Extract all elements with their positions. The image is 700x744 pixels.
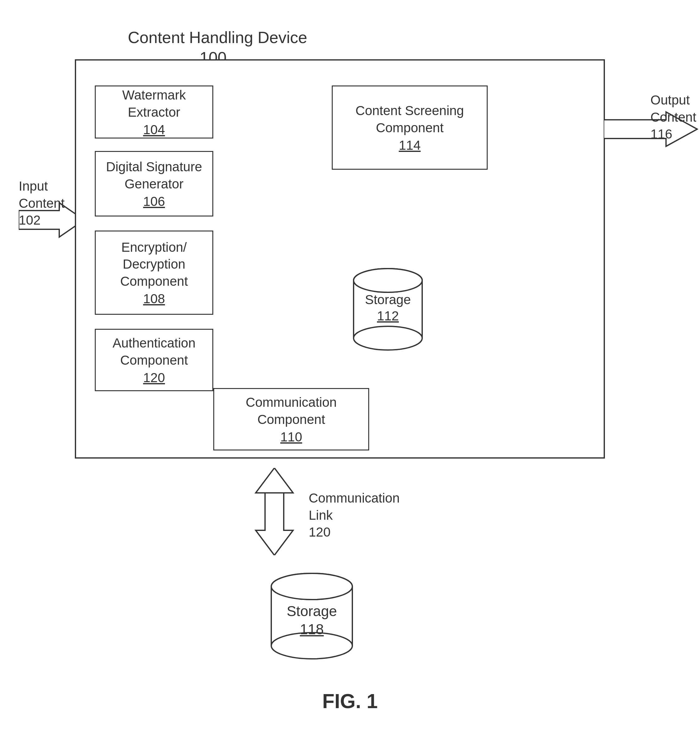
comm-link-group: Communication Link 120 [243, 468, 306, 557]
digital-signature-number: 106 [143, 194, 165, 209]
output-content-number: 116 [650, 126, 700, 143]
watermark-extractor-box: Watermark Extractor 104 [95, 85, 213, 138]
storage-118-group: Storage 118 [265, 568, 358, 662]
communication-box: Communication Component 110 [213, 388, 369, 451]
svg-marker-10 [256, 493, 293, 555]
watermark-number: 104 [143, 122, 165, 137]
storage-118-number: 118 [300, 621, 324, 637]
device-title: Content Handling Device [128, 28, 307, 47]
communication-number: 110 [280, 430, 302, 445]
encryption-box: Encryption/ Decryption Component 108 [95, 231, 213, 315]
content-screening-number: 114 [399, 138, 421, 153]
comm-link-number: 120 [309, 524, 400, 541]
comm-link-label: Communication Link [309, 490, 400, 524]
diagram-container: Content Handling Device 100 Input Conten… [25, 19, 673, 705]
communication-label: Communication Component [214, 394, 368, 428]
figure-caption: FIG. 1 [323, 690, 378, 713]
svg-point-5 [354, 269, 422, 292]
device-title-text: Content Handling Device [128, 28, 307, 46]
output-content-label: Output Content [650, 92, 700, 126]
figure-caption-text: FIG. 1 [323, 690, 378, 713]
svg-point-14 [271, 573, 352, 600]
main-device-box: Watermark Extractor 104 Digital Signatur… [75, 59, 605, 458]
storage-112-label: Storage [365, 292, 411, 307]
digital-signature-box: Digital Signature Generator 106 [95, 151, 213, 216]
authentication-label: Authentication Component [96, 335, 213, 369]
output-content-group: Output Content 116 [603, 109, 700, 151]
content-screening-label: Content Screening Component [333, 102, 487, 136]
storage-112-number: 112 [377, 308, 399, 323]
watermark-label: Watermark Extractor [96, 87, 213, 121]
svg-point-3 [354, 326, 422, 350]
storage-112-group: Storage 112 [347, 263, 428, 352]
encryption-label: Encryption/ Decryption Component [96, 239, 213, 290]
storage-118-label: Storage [287, 603, 337, 619]
encryption-number: 108 [143, 292, 165, 307]
digital-signature-label: Digital Signature Generator [96, 158, 213, 192]
authentication-number: 120 [143, 370, 165, 385]
comm-link-arrow-svg [243, 468, 306, 555]
content-screening-box: Content Screening Component 114 [332, 85, 487, 170]
authentication-box: Authentication Component 120 [95, 329, 213, 391]
